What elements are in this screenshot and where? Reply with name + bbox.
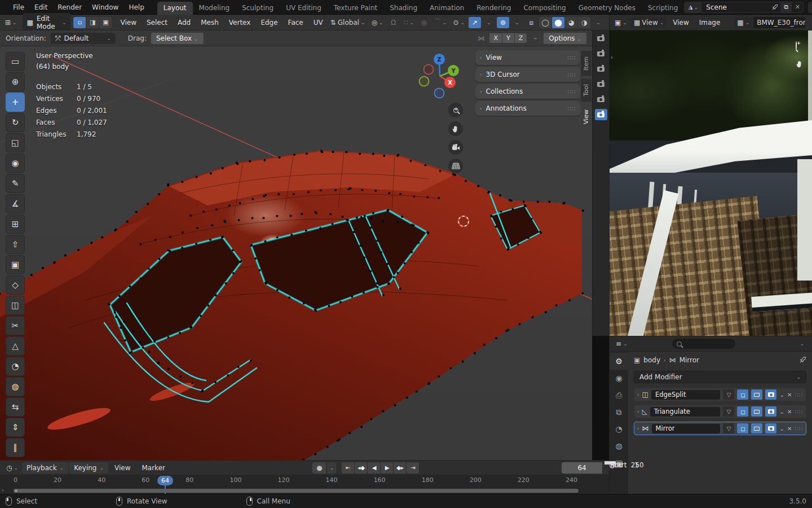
camera-tab[interactable] <box>595 78 607 90</box>
pin-scene-icon[interactable] <box>769 2 780 12</box>
workspace-tab[interactable]: Scripting <box>642 2 684 15</box>
orientation-dropdown[interactable]: ⤱Default⌄ <box>51 33 116 44</box>
app-menu[interactable]: Help <box>123 2 149 12</box>
toggle-realtime-display[interactable] <box>751 406 762 417</box>
tool-button[interactable]: ▣ <box>6 255 25 274</box>
properties-tab[interactable]: ◉ <box>610 370 628 387</box>
modifier-extras-dropdown[interactable]: ⌄ <box>779 426 784 432</box>
drag-handle-icon[interactable]: ∷∷ <box>795 426 803 432</box>
tool-button[interactable]: ◔ <box>6 357 25 376</box>
camera-tab[interactable] <box>595 63 607 75</box>
workspace-tab[interactable]: Modeling <box>193 2 236 15</box>
keying-dropdown[interactable]: Keying⌄ <box>69 462 108 474</box>
modifier-name-field[interactable]: Mirror <box>652 424 721 433</box>
snap-settings-dropdown[interactable]: ∷⌄ <box>401 17 416 28</box>
viewport-menu[interactable]: View <box>115 17 141 28</box>
playback-dropdown[interactable]: Playback⌄ <box>22 462 68 474</box>
perspective-toggle-button[interactable] <box>448 159 463 173</box>
mirror-axis-button[interactable]: Y <box>502 33 514 43</box>
tool-button[interactable]: ✂ <box>6 316 25 335</box>
toggle-realtime-display[interactable] <box>751 389 762 400</box>
auto-keying-dropdown[interactable]: ⌄ <box>327 462 336 474</box>
falloff-dropdown[interactable]: ⌒⌄ <box>432 17 449 28</box>
rendered-shading-button[interactable]: ◑ <box>578 17 590 28</box>
modifier-row[interactable]: › ⋈ Mirror ▽ ◻ ⌄ ✕ ∷∷ <box>634 422 806 435</box>
snap-toggle-magnet-icon[interactable]: Ω <box>387 17 400 28</box>
new-scene-button[interactable]: ⧉ <box>780 2 792 12</box>
tool-button[interactable]: ◉ <box>6 154 25 173</box>
camera-tab[interactable] <box>595 109 607 120</box>
vertex-select-button[interactable]: ▫ <box>73 17 86 28</box>
transport-button[interactable]: ▶ <box>381 462 393 474</box>
modifier-row[interactable]: › ◫ EdgeSplit ▽ ◻ ⌄ ✕ ∷∷ <box>634 388 806 401</box>
viewport-menu[interactable]: Add <box>173 17 196 28</box>
toggle-on-cage[interactable]: ◻ <box>737 406 748 417</box>
properties-tab[interactable]: ⚙ <box>610 353 628 370</box>
tool-button[interactable]: ⇧ <box>6 235 25 254</box>
sidebar-tab[interactable]: View <box>580 103 592 130</box>
viewport-menu[interactable]: Vertex <box>224 17 256 28</box>
breadcrumb-modifier[interactable]: Mirror <box>679 356 699 364</box>
app-menu[interactable]: Window <box>87 2 123 12</box>
toggle-on-cage[interactable]: ◻ <box>737 389 748 400</box>
xray-toggle[interactable]: ⧈ <box>525 17 537 28</box>
modifier-extras-dropdown[interactable]: ⌄ <box>779 392 784 398</box>
sidebar-panel[interactable]: ›Collections∷∷ <box>475 84 580 99</box>
material-shading-button[interactable]: ◕ <box>565 17 577 28</box>
app-menu[interactable]: Render <box>52 2 87 12</box>
workspace-tab[interactable]: Texture Paint <box>328 2 383 15</box>
mode-dropdown[interactable]: ▦ Edit Mode ⌄ <box>23 13 71 32</box>
image-display-mode-dropdown[interactable]: ▦ View⌄ <box>631 17 667 28</box>
sidebar-panel[interactable]: ›Annotations∷∷ <box>475 101 580 116</box>
pan-button[interactable] <box>448 121 463 136</box>
gizmos-toggle[interactable]: ↗ <box>469 17 481 28</box>
properties-options-dropdown[interactable]: ⌄ <box>795 341 809 347</box>
properties-tab[interactable]: ◔ <box>610 421 628 437</box>
playhead[interactable]: 64 <box>157 476 173 485</box>
current-frame-field[interactable]: 64 <box>562 462 602 474</box>
toggle-realtime-display[interactable] <box>751 423 762 433</box>
tool-button[interactable]: ⇆ <box>6 397 25 417</box>
tool-button[interactable]: ✎ <box>6 174 25 193</box>
visibility-dropdown[interactable]: ⊙⌄ <box>451 17 467 28</box>
viewport-menu[interactable]: Mesh <box>196 17 224 28</box>
modifier-name-field[interactable]: Triangulate <box>650 407 721 417</box>
properties-search-input[interactable] <box>672 339 735 349</box>
breadcrumb-object[interactable]: body <box>643 356 660 364</box>
viewport-menu[interactable]: Edge <box>255 17 283 28</box>
tool-button[interactable]: ⇕ <box>6 418 25 437</box>
tool-button[interactable]: ⊞ <box>6 214 25 234</box>
workspace-tab[interactable]: Sculpting <box>236 2 280 15</box>
expand-icon[interactable]: › <box>637 426 639 431</box>
toggle-edit-mode-display[interactable]: ▽ <box>723 406 734 417</box>
image-zoom-button[interactable] <box>796 42 797 50</box>
camera-tab[interactable] <box>595 33 607 44</box>
tool-button[interactable]: ∡ <box>6 194 25 213</box>
remove-modifier-button[interactable]: ✕ <box>787 409 792 415</box>
pivot-point-dropdown[interactable]: ◎⌄ <box>369 17 386 28</box>
transport-button[interactable]: ◂◆ <box>355 462 367 474</box>
tool-button[interactable]: ∥ <box>6 438 25 457</box>
drag-handle-icon[interactable]: ∷∷ <box>795 392 803 398</box>
sidebar-tab[interactable]: Item <box>580 50 592 77</box>
mirror-axis-button[interactable]: Z <box>515 33 527 43</box>
edge-select-button[interactable]: ◨ <box>86 17 99 28</box>
add-modifier-button[interactable]: Add Modifier⌄ <box>634 371 806 383</box>
toggle-edit-mode-display[interactable]: ▽ <box>723 389 734 400</box>
overlays-toggle[interactable]: ⊚ <box>497 17 509 28</box>
transform-orientation-dropdown[interactable]: ⇅ Global⌄ <box>328 17 368 28</box>
toggle-edit-mode-display[interactable]: ▽ <box>723 423 734 433</box>
timeline-scrollbar[interactable] <box>14 489 579 493</box>
camera-tab[interactable] <box>595 48 607 59</box>
sidebar-panel[interactable]: ›View∷∷ <box>475 50 580 65</box>
face-select-button[interactable]: ▣ <box>99 17 112 28</box>
expand-left-icon[interactable]: › <box>611 54 613 60</box>
image-editor-type-button[interactable]: ▣⌄ <box>612 17 630 28</box>
workspace-tab[interactable]: UV Editing <box>280 2 328 15</box>
timeline-editor-type-button[interactable]: ◷⌄ <box>3 463 21 473</box>
workspace-tab[interactable]: Compositing <box>517 2 572 15</box>
viewlayer-icon[interactable]: ⧉⌄ <box>809 2 812 12</box>
viewport-menu[interactable]: Face <box>283 17 308 28</box>
image-editor-menu[interactable]: View <box>668 17 694 28</box>
expand-icon[interactable]: › <box>637 392 639 397</box>
